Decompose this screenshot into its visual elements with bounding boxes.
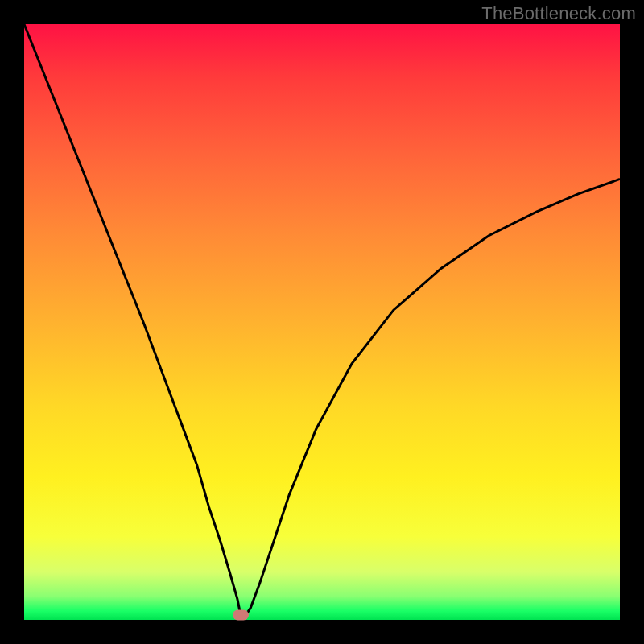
attribution-text: TheBottleneck.com: [481, 3, 636, 24]
curve-svg: [24, 24, 620, 620]
curve-line: [24, 24, 620, 617]
min-point-marker: [233, 610, 249, 621]
chart-frame: TheBottleneck.com: [0, 0, 644, 644]
plot-area: [24, 24, 620, 620]
